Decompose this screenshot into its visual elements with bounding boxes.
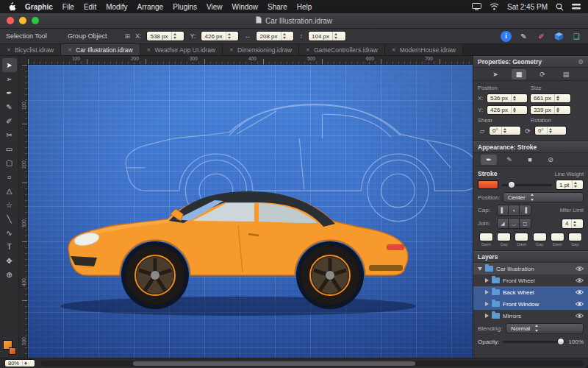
y-position-field[interactable]: 426 px [201,31,239,41]
menu-help[interactable]: Help [297,3,312,11]
dash-field-2[interactable] [514,233,528,241]
title-bar[interactable]: Car Illustration.idraw [0,13,588,29]
front-wheel[interactable] [126,246,184,305]
layer-row-front-window[interactable]: Front Window [473,298,588,310]
disclosure-triangle-icon[interactable] [485,314,489,318]
drawing-canvas[interactable] [28,65,473,358]
join-round-button[interactable]: ◡ [509,219,520,228]
gap-field-2[interactable] [533,233,547,241]
brush-tool-icon[interactable]: ✐ [2,114,17,128]
select-tool-icon[interactable]: ➤ [2,58,17,72]
none-style-icon[interactable]: ⊘ [542,155,559,165]
stroke-style-icon[interactable]: ✒ [481,155,497,165]
horizontal-scrollbar[interactable] [41,361,584,367]
x-stepper[interactable] [171,32,179,40]
tab-weather-app-ui[interactable]: ✕Weather App UI.idraw [140,44,223,55]
control-center-icon[interactable] [572,3,581,10]
visibility-icon[interactable] [576,289,584,295]
hand-tool-icon[interactable]: ✥ [2,254,17,268]
line-weight-slider[interactable] [502,184,552,186]
canvas-artwork[interactable] [28,65,473,358]
brush-style-icon[interactable]: ✎ [501,155,517,165]
dash-field-3[interactable] [551,233,564,241]
blending-dropdown[interactable]: Normal [506,323,584,333]
menu-modify[interactable]: Modify [106,3,127,11]
cap-butt-button[interactable]: ▌ [498,205,509,215]
inspector-y-field[interactable]: 426 px [487,105,528,115]
shear-field[interactable]: 0° [489,126,521,135]
tab-modernhouse[interactable]: ✕ModernHouse.idraw [385,44,463,55]
inspector-width-field[interactable]: 661 px [530,93,571,103]
tab-close-icon[interactable]: ✕ [7,47,11,53]
back-wheel[interactable] [301,246,359,305]
inspector-tab-transform[interactable]: ⟳ [535,69,550,79]
display-icon[interactable] [472,3,481,10]
width-stepper[interactable] [281,32,288,40]
gear-icon[interactable]: ⚙ [578,58,584,66]
inspector-x-field[interactable]: 536 px [487,93,528,103]
inspector-tab-geometry[interactable]: ▦ [512,69,526,79]
layer-row-mirrors[interactable]: Mirrors [473,310,588,322]
pen-tool-icon[interactable]: ✒ [2,86,17,100]
inspector-tab-pointer[interactable]: ➤ [488,69,503,79]
tab-car-illustration[interactable]: ✕Car Illustration.idraw [61,44,140,55]
inspector-height-field[interactable]: 339 px [530,105,571,115]
menu-view[interactable]: View [207,3,223,11]
fill-style-icon[interactable]: ■ [522,155,538,165]
cap-square-button[interactable]: ▐ [520,205,531,215]
layer-row-front-wheel[interactable]: Front Wheel [473,275,588,286]
gap-field-3[interactable] [568,233,582,241]
menu-share[interactable]: Share [268,3,287,11]
line-tool-icon[interactable]: ╲ [2,212,17,226]
width-field[interactable]: 208 px [256,31,294,41]
orange-car[interactable] [68,191,408,309]
tab-close-icon[interactable]: ✕ [147,47,151,53]
layer-row-car-illustration[interactable]: Car Illustration [473,263,588,275]
zoom-field[interactable]: 80% [4,359,35,367]
dash-field-1[interactable] [479,233,493,241]
zoom-window-button[interactable] [32,17,39,24]
apple-menu-icon[interactable] [7,1,15,13]
menu-edit[interactable]: Edit [84,3,96,11]
scrollbar-thumb[interactable] [133,361,415,366]
disclosure-triangle-icon[interactable] [485,278,489,283]
menu-plugins[interactable]: Plugins [173,3,197,11]
tab-close-icon[interactable]: ✕ [68,47,72,53]
join-miter-button[interactable]: ◢ [498,219,509,228]
star-tool-icon[interactable]: ☆ [2,198,17,212]
cap-round-button[interactable]: ◖ [509,205,520,215]
tab-close-icon[interactable]: ✕ [392,47,396,53]
info-button[interactable]: i [501,31,512,42]
rectangle-tool-icon[interactable]: ▭ [2,142,17,156]
line-weight-field[interactable]: 1 pt [556,180,584,190]
zoom-stepper[interactable] [22,360,29,367]
inspector-tab-document[interactable]: ▤ [559,69,573,79]
disclosure-triangle-icon[interactable] [485,302,489,306]
rounded-rectangle-tool-icon[interactable]: ▢ [2,156,17,170]
close-window-button[interactable] [7,17,14,24]
menu-clock[interactable]: Sat 2:45 PM [507,3,548,11]
visibility-icon[interactable] [576,313,584,319]
opacity-slider-knob[interactable] [557,338,564,345]
disclosure-triangle-icon[interactable] [485,290,489,294]
shapes-button[interactable]: ❑ [571,31,582,42]
x-position-field[interactable]: 538 px [146,31,184,41]
direct-select-tool-icon[interactable]: ➢ [2,72,17,86]
stroke-color-well[interactable] [478,180,498,189]
polygon-tool-icon[interactable]: △ [2,184,17,198]
layer-row-back-wheel[interactable]: Back Wheel [473,286,588,298]
line-weight-slider-knob[interactable] [508,181,515,188]
visibility-icon[interactable] [576,301,584,307]
height-field[interactable]: 104 px [308,31,346,41]
minimize-window-button[interactable] [19,17,26,24]
spiral-tool-icon[interactable]: ∿ [2,226,17,240]
menu-app-name[interactable]: Graphic [25,3,53,11]
tab-close-icon[interactable]: ✕ [306,47,310,53]
ellipse-tool-icon[interactable]: ○ [2,170,17,184]
tab-bicyclist[interactable]: ✕Bicyclist.idraw [0,44,61,55]
disclosure-triangle-icon[interactable] [478,267,482,271]
color-swatches[interactable] [3,340,16,355]
visibility-icon[interactable] [576,277,584,283]
tab-gamecontrollers[interactable]: ✕GameControllers.idraw [299,44,385,55]
visibility-icon[interactable] [576,266,584,272]
